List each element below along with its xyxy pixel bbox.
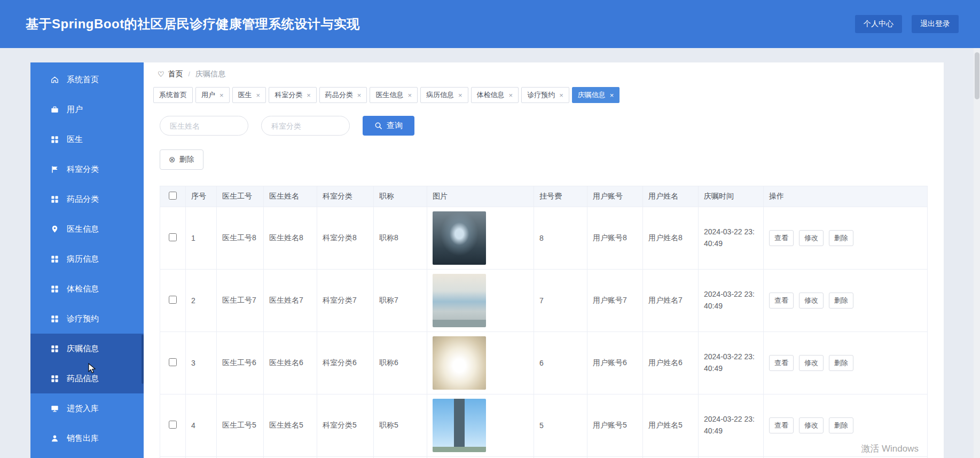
- tab-users[interactable]: 用户×: [195, 87, 230, 103]
- toolbar: ⊗ 删除: [144, 136, 944, 170]
- delete-button[interactable]: 删除: [829, 355, 853, 371]
- close-icon[interactable]: ×: [407, 91, 412, 99]
- delete-button[interactable]: 删除: [829, 230, 853, 246]
- sidebar-item-doctor-info[interactable]: 医生信息: [30, 214, 144, 244]
- tab-label: 医生: [238, 90, 252, 100]
- cell-job-no: 医生工号8: [217, 207, 264, 270]
- circle-cross-icon: ⊗: [169, 155, 176, 164]
- table-row: 3 医生工号6 医生姓名6 科室分类6 职称6 6 用户账号6 用户姓名6 20…: [160, 332, 928, 394]
- edit-button[interactable]: 修改: [799, 230, 824, 246]
- close-icon[interactable]: ×: [219, 91, 224, 99]
- doctor-name-input[interactable]: [160, 116, 248, 136]
- row-checkbox[interactable]: [169, 233, 177, 241]
- dept-category-input[interactable]: [261, 116, 350, 136]
- close-icon[interactable]: ×: [610, 91, 614, 99]
- cell-doctor: 医生姓名6: [264, 332, 317, 394]
- col-title: 职称: [374, 186, 427, 207]
- sidebar-item-drug-category[interactable]: 药品分类: [30, 184, 144, 214]
- edit-button[interactable]: 修改: [799, 417, 824, 433]
- sidebar-item-medical-records[interactable]: 病历信息: [30, 244, 144, 274]
- view-button[interactable]: 查看: [769, 355, 794, 371]
- sidebar-item-users[interactable]: 用户: [30, 94, 144, 124]
- cell-job-no: 医生工号6: [217, 332, 264, 394]
- page-scrollbar-thumb[interactable]: [975, 52, 979, 99]
- cell-title: 职称5: [374, 394, 427, 457]
- col-username: 用户姓名: [643, 186, 699, 207]
- close-icon[interactable]: ×: [307, 91, 311, 99]
- tab-dept-category[interactable]: 科室分类×: [269, 87, 317, 103]
- close-icon[interactable]: ×: [458, 91, 462, 99]
- edit-button[interactable]: 修改: [799, 293, 824, 309]
- tab-drug-category[interactable]: 药品分类×: [319, 87, 367, 103]
- cell-username: 用户姓名7: [643, 270, 699, 332]
- cell-no: 3: [186, 332, 217, 394]
- sidebar-item-dept-category[interactable]: 科室分类: [30, 154, 144, 184]
- cell-actions: 查看 修改 删除: [764, 207, 928, 270]
- grid-icon: [50, 135, 59, 144]
- doctor-photo: [433, 274, 486, 327]
- view-button[interactable]: 查看: [769, 417, 794, 433]
- row-checkbox[interactable]: [169, 421, 177, 429]
- cell-dept: 科室分类7: [317, 270, 374, 332]
- profile-button[interactable]: 个人中心: [855, 15, 902, 33]
- query-button-label: 查询: [387, 121, 403, 131]
- cell-fee: 6: [534, 332, 587, 394]
- cell-time: 2024-03-22 23:40:49: [699, 270, 764, 332]
- cell-job-no: 医生工号5: [217, 394, 264, 457]
- tab-doctor-advice[interactable]: 庆嘱信息×: [572, 87, 620, 103]
- sidebar-item-drug-info[interactable]: 药品信息: [30, 364, 144, 393]
- sidebar-item-checkup-info[interactable]: 体检信息: [30, 274, 144, 304]
- sidebar-item-label: 医生: [67, 135, 83, 145]
- sidebar-item-doctor-advice[interactable]: 庆嘱信息: [30, 334, 144, 364]
- windows-activation-watermark: 激活 Windows: [861, 443, 919, 455]
- cell-check: [160, 207, 186, 270]
- pin-icon: [50, 224, 59, 234]
- tab-doctor-info[interactable]: 医生信息×: [370, 87, 418, 103]
- view-button[interactable]: 查看: [769, 293, 794, 309]
- row-checkbox[interactable]: [169, 296, 177, 304]
- cell-time: 2024-03-22 23:40:49: [699, 207, 764, 270]
- breadcrumb: ♡ 首页 / 庆嘱信息: [144, 62, 944, 86]
- cell-actions: 查看 修改 删除: [764, 270, 928, 332]
- close-icon[interactable]: ×: [509, 91, 513, 99]
- sidebar-item-sales-outbound[interactable]: 销售出库: [30, 423, 144, 453]
- row-checkbox[interactable]: [169, 358, 177, 366]
- sidebar-item-label: 进货入库: [67, 404, 99, 414]
- sidebar-item-label: 体检信息: [67, 284, 99, 294]
- col-no: 序号: [186, 186, 217, 207]
- sidebar-item-appointments[interactable]: 诊疗预约: [30, 304, 144, 334]
- cell-doctor: 医生姓名5: [264, 394, 317, 457]
- tab-label: 体检信息: [477, 90, 505, 100]
- sidebar-item-home[interactable]: 系统首页: [30, 65, 144, 94]
- cell-title: 职称6: [374, 332, 427, 394]
- select-all-checkbox[interactable]: [169, 192, 177, 200]
- breadcrumb-home[interactable]: 首页: [168, 69, 183, 79]
- tab-medical-records[interactable]: 病历信息×: [420, 87, 468, 103]
- cell-no: 2: [186, 270, 217, 332]
- tab-checkup-info[interactable]: 体检信息×: [471, 87, 519, 103]
- close-icon[interactable]: ×: [357, 91, 362, 99]
- tab-home[interactable]: 系统首页: [153, 87, 193, 103]
- close-icon[interactable]: ×: [256, 91, 261, 99]
- close-icon[interactable]: ×: [559, 91, 563, 99]
- sidebar-item-label: 系统首页: [67, 75, 99, 85]
- col-actions: 操作: [764, 186, 928, 207]
- tab-appointments[interactable]: 诊疗预约×: [521, 87, 569, 103]
- sidebar-item-purchase-inbound[interactable]: 进货入库: [30, 393, 144, 423]
- cell-check: [160, 394, 186, 457]
- sidebar-item-label: 科室分类: [67, 164, 99, 175]
- delete-button[interactable]: 删除: [829, 417, 853, 433]
- page-scrollbar[interactable]: [974, 48, 980, 458]
- data-table-wrap: 序号 医生工号 医生姓名 科室分类 职称 图片 挂号费 用户账号 用户姓名 庆嘱…: [144, 170, 944, 458]
- delete-button[interactable]: 删除: [829, 293, 853, 309]
- tab-doctors[interactable]: 医生×: [232, 87, 266, 103]
- sidebar-item-doctors[interactable]: 医生: [30, 124, 144, 154]
- sidebar-item-label: 用户: [67, 105, 83, 115]
- query-button[interactable]: 查询: [363, 116, 414, 136]
- edit-button[interactable]: 修改: [799, 355, 824, 371]
- sidebar-item-label: 诊疗预约: [67, 314, 99, 324]
- cell-title: 职称7: [374, 270, 427, 332]
- batch-delete-button[interactable]: ⊗ 删除: [160, 149, 203, 170]
- logout-button[interactable]: 退出登录: [912, 15, 959, 33]
- view-button[interactable]: 查看: [769, 230, 794, 246]
